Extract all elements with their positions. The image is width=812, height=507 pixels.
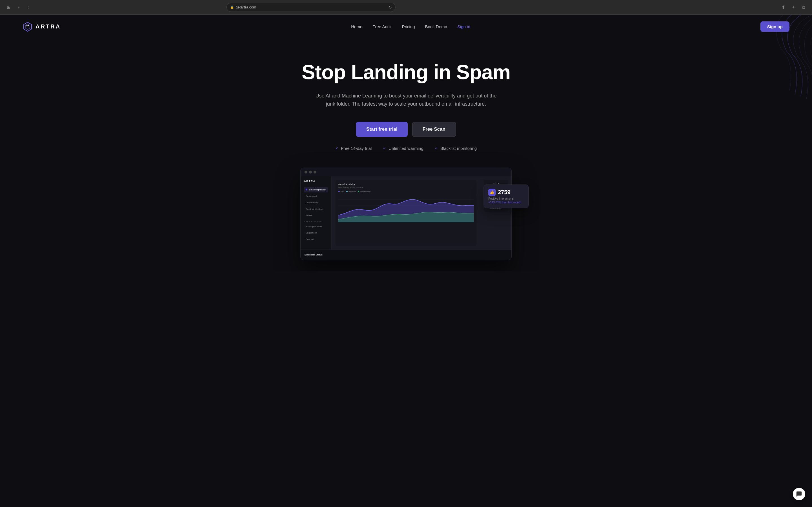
chart-area: Email Activity Mail sending status overt… bbox=[336, 180, 476, 245]
sidebar-profile-label: Profile bbox=[306, 214, 312, 217]
reload-icon[interactable]: ↻ bbox=[389, 5, 392, 10]
sidebar-deliverability-label: Deliverability bbox=[306, 202, 318, 204]
sidebar-sequences-label: Sequences bbox=[306, 231, 317, 234]
free-scan-button[interactable]: Free Scan bbox=[412, 122, 456, 137]
nav-home[interactable]: Home bbox=[351, 24, 362, 29]
address-bar[interactable]: 🔒 getartra.com ↻ bbox=[226, 3, 396, 12]
feature-blacklist-text: Blacklist monitoring bbox=[441, 146, 477, 151]
thumbs-up-icon: 👍 bbox=[488, 189, 496, 196]
chat-bubble[interactable] bbox=[793, 488, 805, 500]
blacklist-status-title: Blacklists Status bbox=[305, 253, 322, 256]
feature-blacklist: ✓ Blacklist monitoring bbox=[435, 146, 477, 151]
start-free-trial-button[interactable]: Start free trial bbox=[356, 122, 408, 137]
nav-signin[interactable]: Sign in bbox=[457, 24, 470, 29]
share-button[interactable]: ⬆ bbox=[779, 3, 787, 11]
new-tab-button[interactable]: + bbox=[790, 3, 797, 11]
chart-title: Email Activity bbox=[338, 183, 474, 186]
legend-undeliverable: Undeliverable bbox=[358, 191, 370, 192]
active-indicator bbox=[306, 189, 307, 190]
dashboard-frame: ARTRA Email Reputation Dashboard Deliver… bbox=[300, 168, 512, 260]
blacklist-status-bar: Blacklists Status bbox=[301, 249, 511, 260]
sidebar-profile[interactable]: Profile bbox=[304, 213, 328, 218]
hero-buttons: Start free trial Free Scan bbox=[6, 122, 806, 137]
nav-free-audit[interactable]: Free Audit bbox=[372, 24, 392, 29]
legend-received: Received bbox=[346, 191, 356, 192]
legend-undeliverable-label: Undeliverable bbox=[360, 191, 370, 192]
sidebar-connect[interactable]: Connect bbox=[304, 237, 328, 242]
sidebar-deliverability[interactable]: Deliverability bbox=[304, 200, 328, 205]
floating-number: 2759 bbox=[498, 189, 511, 195]
legend-dot-undeliverable bbox=[358, 191, 359, 192]
legend-sent-label: Sent bbox=[341, 191, 344, 192]
frame-sidebar: ARTRA Email Reputation Dashboard Deliver… bbox=[301, 176, 332, 249]
logo-icon bbox=[22, 22, 33, 32]
chat-icon bbox=[796, 491, 802, 497]
url-text: getartra.com bbox=[236, 5, 256, 9]
back-button[interactable]: ‹ bbox=[15, 3, 22, 11]
sidebar-email-reputation[interactable]: Email Reputation bbox=[304, 187, 328, 192]
floating-label: Positive Interactions bbox=[488, 197, 524, 200]
forward-button[interactable]: › bbox=[25, 3, 33, 11]
sidebar-apps-section-label: APPS & PAGES bbox=[304, 221, 328, 223]
lock-icon: 🔒 bbox=[230, 5, 234, 9]
nav-pricing[interactable]: Pricing bbox=[402, 24, 415, 29]
signup-button[interactable]: Sign up bbox=[760, 21, 790, 32]
titlebar-dot-2 bbox=[309, 171, 312, 173]
browser-controls: ⊞ ‹ › bbox=[4, 3, 33, 11]
nav-links: Home Free Audit Pricing Book Demo Sign i… bbox=[351, 24, 470, 29]
sidebar-toggle-button[interactable]: ⊞ bbox=[4, 3, 12, 11]
check-icon-trial: ✓ bbox=[335, 146, 339, 151]
feature-trial: ✓ Free 14-day trial bbox=[335, 146, 371, 151]
check-icon-blacklist: ✓ bbox=[435, 146, 438, 151]
hero-title: Stop Landing in Spam bbox=[6, 61, 806, 83]
titlebar-dot-3 bbox=[313, 171, 316, 173]
floating-growth: +143.73% than last month bbox=[488, 201, 524, 204]
tabs-button[interactable]: ⧉ bbox=[800, 3, 808, 11]
frame-titlebar bbox=[301, 168, 511, 176]
page: ARTRA Home Free Audit Pricing Book Demo … bbox=[0, 15, 812, 271]
hero-section: Stop Landing in Spam Use AI and Machine … bbox=[0, 39, 812, 168]
legend-dot-received bbox=[346, 191, 348, 192]
chart-subtitle: Mail sending status overtime bbox=[338, 186, 474, 188]
dashboard-preview: ARTRA Email Reputation Dashboard Deliver… bbox=[0, 168, 812, 271]
frame-main: Email Activity Mail sending status overt… bbox=[332, 176, 480, 249]
sidebar-connect-label: Connect bbox=[306, 238, 314, 240]
titlebar-dot-1 bbox=[305, 171, 307, 173]
sidebar-logo: ARTRA bbox=[304, 180, 328, 182]
dashboard-container: ARTRA Email Reputation Dashboard Deliver… bbox=[300, 168, 512, 260]
sidebar-message-center[interactable]: Message Center bbox=[304, 224, 328, 229]
sidebar-email-verification[interactable]: Email Verification bbox=[304, 207, 328, 212]
feature-warming-text: Unlimited warming bbox=[389, 146, 423, 151]
sidebar-sequences[interactable]: Sequences bbox=[304, 230, 328, 235]
floating-card: 👍 2759 Positive Interactions +143.73% th… bbox=[484, 184, 529, 208]
chart-legend: Sent Received Undeliverable bbox=[338, 191, 474, 192]
sidebar-email-verification-label: Email Verification bbox=[306, 208, 323, 210]
frame-body: ARTRA Email Reputation Dashboard Deliver… bbox=[301, 176, 511, 249]
sidebar-message-center-label: Message Center bbox=[306, 225, 322, 228]
feature-warming: ✓ Unlimited warming bbox=[383, 146, 423, 151]
nav-book-demo[interactable]: Book Demo bbox=[425, 24, 447, 29]
check-icon-warming: ✓ bbox=[383, 146, 386, 151]
email-activity-chart bbox=[338, 194, 474, 222]
sidebar-email-reputation-label: Email Reputation bbox=[309, 188, 326, 191]
legend-received-label: Received bbox=[349, 191, 356, 192]
browser-chrome: ⊞ ‹ › 🔒 getartra.com ↻ ⬆ + ⧉ bbox=[0, 0, 812, 15]
floating-card-top: 👍 2759 bbox=[488, 189, 524, 196]
legend-sent: Sent bbox=[338, 191, 344, 192]
sidebar-dashboard-label: Dashboard bbox=[306, 195, 317, 198]
sidebar-dashboard[interactable]: Dashboard bbox=[304, 193, 328, 199]
navbar: ARTRA Home Free Audit Pricing Book Demo … bbox=[0, 15, 812, 39]
hero-subtitle: Use AI and Machine Learning to boost you… bbox=[310, 92, 502, 108]
hero-features: ✓ Free 14-day trial ✓ Unlimited warming … bbox=[6, 146, 806, 151]
logo: ARTRA bbox=[22, 22, 61, 32]
legend-dot-sent bbox=[338, 191, 340, 192]
logo-text: ARTRA bbox=[36, 23, 61, 30]
browser-actions: ⬆ + ⧉ bbox=[779, 3, 808, 11]
feature-trial-text: Free 14-day trial bbox=[341, 146, 371, 151]
